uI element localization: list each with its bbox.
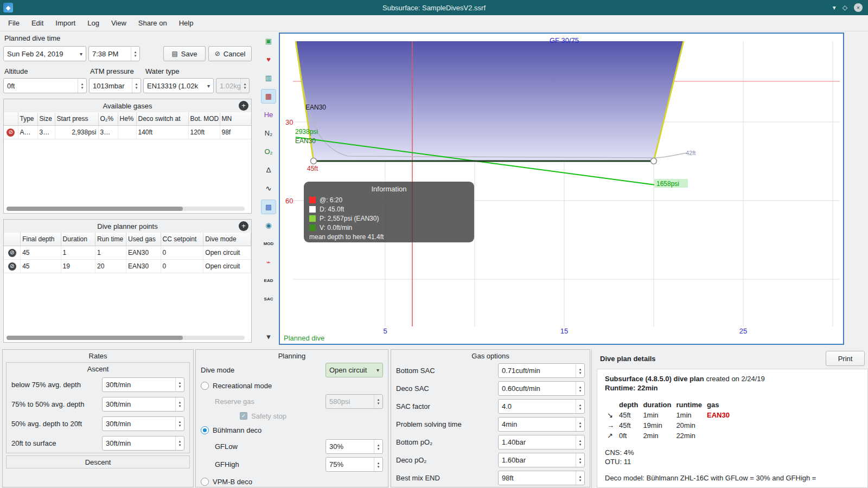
spinner-arrows-icon[interactable]: ▴▾ [175, 436, 184, 450]
ascent-rate-3-spinner[interactable]: 30ft/min▴▾ [102, 416, 184, 431]
point-mode-cell[interactable]: Open circuit [203, 246, 251, 260]
recreational-mode-radio[interactable] [201, 382, 209, 390]
profile-handle[interactable] [311, 158, 317, 164]
point-runtime-cell[interactable]: 20 [95, 260, 126, 273]
gas-he-cell[interactable] [118, 126, 136, 139]
vpmb-deco-radio[interactable] [201, 478, 209, 486]
maximize-icon[interactable]: ◇ [843, 4, 847, 11]
point-setpoint-cell[interactable]: 0 [161, 260, 203, 273]
spinner-arrows-icon[interactable]: ▴▾ [175, 397, 184, 411]
heart-beat-line-icon[interactable]: ∿ [261, 181, 276, 196]
date-picker[interactable]: Sun Feb 24, 2019 ▾ [3, 46, 86, 61]
gas-bot-mod-cell[interactable]: 120ft [188, 126, 220, 139]
point-duration-cell[interactable]: 19 [61, 260, 95, 273]
sac-factor-spinner[interactable]: 4.0▴▾ [498, 399, 585, 414]
close-icon[interactable]: × [854, 3, 863, 12]
dive-profile-chart[interactable]: GF 30/75 30 60 5 15 25 EAN30 2938psi EAN… [279, 33, 844, 345]
point-setpoint-cell[interactable]: 0 [161, 246, 203, 260]
point-runtime-cell[interactable]: 1 [95, 246, 126, 260]
gflow-spinner[interactable]: 30%▴▾ [326, 439, 383, 454]
bottom-po2-spinner[interactable]: 1.40bar▴▾ [498, 435, 585, 450]
gases-hscrollbar-thumb[interactable] [7, 207, 183, 211]
spinner-arrows-icon[interactable]: ▴▾ [576, 435, 584, 449]
safety-stop-checkbox[interactable]: ✓ [240, 412, 247, 420]
profile-handle[interactable] [651, 158, 657, 164]
point-gas-cell[interactable]: EAN30 [126, 246, 161, 260]
panel-splitter[interactable] [591, 349, 592, 488]
points-header-mode[interactable]: Dive mode [203, 233, 251, 246]
save-button[interactable]: ▤ Save [163, 46, 206, 61]
add-gas-button[interactable]: + [239, 101, 248, 111]
gfhigh-spinner[interactable]: 75%▴▾ [326, 457, 383, 472]
points-hscrollbar-thumb[interactable] [7, 336, 183, 340]
gas-o2-cell[interactable]: 3… [98, 126, 118, 139]
add-point-button[interactable]: + [239, 221, 248, 231]
gas-start-press-cell[interactable]: 2,938psi [55, 126, 98, 139]
gas-row[interactable]: ⊘ A… 3… 2,938psi 3… 140ft 120ft 98f [4, 126, 252, 139]
salinity-icon[interactable]: ◉ [261, 218, 276, 233]
point-depth-cell[interactable]: 45 [21, 260, 61, 273]
swimmer-icon[interactable]: ⌁ [261, 255, 276, 269]
menu-file[interactable]: File [2, 16, 25, 30]
ead-icon[interactable]: EAD [261, 273, 276, 288]
point-row[interactable]: ⊘ 45 1 1 EAN30 0 Open circuit [4, 246, 251, 260]
menu-import[interactable]: Import [49, 16, 81, 30]
spinner-arrows-icon[interactable]: ▴▾ [175, 378, 184, 391]
spinner-arrows-icon[interactable]: ▴▾ [576, 418, 584, 431]
titlebar[interactable]: ◆ Subsurface: SampleDivesV2.ssrf ▾ ◇ × [0, 0, 868, 15]
gases-header-start-press[interactable]: Start press [55, 112, 98, 126]
point-mode-cell[interactable]: Open circuit [203, 260, 251, 273]
deco-po2-spinner[interactable]: 1.60bar▴▾ [498, 453, 585, 467]
ascent-rate-2-spinner[interactable]: 30ft/min▴▾ [102, 397, 184, 412]
spinner-arrows-icon[interactable]: ▴▾ [131, 47, 139, 61]
gases-header-bot-mod[interactable]: Bot. MOD [188, 112, 220, 126]
menu-share-on[interactable]: Share on [132, 16, 173, 30]
spinner-arrows-icon[interactable]: ▴▾ [576, 400, 584, 413]
spinner-arrows-icon[interactable]: ▴▾ [576, 382, 584, 395]
spinner-arrows-icon[interactable]: ▴▾ [132, 79, 141, 93]
menu-help[interactable]: Help [173, 16, 200, 30]
gases-header-he[interactable]: He% [118, 112, 136, 126]
point-depth-cell[interactable]: 45 [21, 246, 61, 260]
points-header-runtime[interactable]: Run time [95, 233, 126, 246]
gas-size-cell[interactable]: 3… [37, 126, 55, 139]
buhlmann-deco-radio[interactable] [201, 426, 209, 434]
point-row[interactable]: ⊘ 45 19 20 EAN30 0 Open circuit [4, 260, 251, 273]
spinner-arrows-icon[interactable]: ▴▾ [576, 471, 584, 485]
spinner-arrows-icon[interactable]: ▴▾ [576, 453, 584, 467]
delete-point-icon[interactable]: ⊘ [8, 262, 16, 271]
gases-header-deco-switch[interactable]: Deco switch at [136, 112, 188, 126]
menu-view[interactable]: View [105, 16, 132, 30]
gases-header-type[interactable]: Type [18, 112, 37, 126]
tissue-saturation-icon[interactable]: Δ [261, 163, 276, 177]
profile-info-icon[interactable]: ▩ [261, 200, 276, 214]
menu-edit[interactable]: Edit [25, 16, 49, 30]
gases-header-size[interactable]: Size [37, 112, 55, 126]
menu-log[interactable]: Log [81, 16, 105, 30]
gas-type-cell[interactable]: A… [18, 126, 37, 139]
delete-cylinder-icon[interactable]: ⊘ [7, 129, 15, 137]
altitude-spinner[interactable]: 0ft ▴▾ [3, 78, 87, 93]
points-header-setpoint[interactable]: CC setpoint [161, 233, 203, 246]
spinner-arrows-icon[interactable]: ▴▾ [78, 79, 86, 93]
gas-mnd-cell[interactable]: 98f [220, 126, 252, 139]
gases-header-o2[interactable]: O₂% [98, 112, 118, 126]
oxygen-graph-icon[interactable]: O₂ [261, 144, 276, 159]
minimize-icon[interactable]: ▾ [833, 4, 836, 11]
point-gas-cell[interactable]: EAN30 [126, 260, 161, 273]
point-duration-cell[interactable]: 1 [61, 246, 95, 260]
points-header-duration[interactable]: Duration [61, 233, 95, 246]
points-header-depth[interactable]: Final depth [21, 233, 61, 246]
points-hscrollbar[interactable] [7, 336, 245, 340]
ceiling-icon[interactable]: ▦ [261, 89, 276, 104]
helium-graph-icon[interactable]: He [261, 107, 276, 122]
water-type-select[interactable]: EN13319 (1.02k ▾ [143, 78, 214, 93]
atm-pressure-spinner[interactable]: 1013mbar ▴▾ [89, 78, 141, 93]
sac-icon[interactable]: SAC [261, 292, 276, 306]
best-mix-end-spinner[interactable]: 98ft▴▾ [498, 471, 585, 485]
spinner-arrows-icon[interactable]: ▴▾ [374, 440, 382, 453]
delete-point-icon[interactable]: ⊘ [8, 249, 16, 257]
bottom-sac-spinner[interactable]: 0.71cuft/min▴▾ [498, 363, 585, 378]
points-header-gas[interactable]: Used gas [126, 233, 161, 246]
information-tooltip[interactable]: Information @: 6:20 D: 45.0ft P: 2,557ps… [304, 182, 474, 242]
